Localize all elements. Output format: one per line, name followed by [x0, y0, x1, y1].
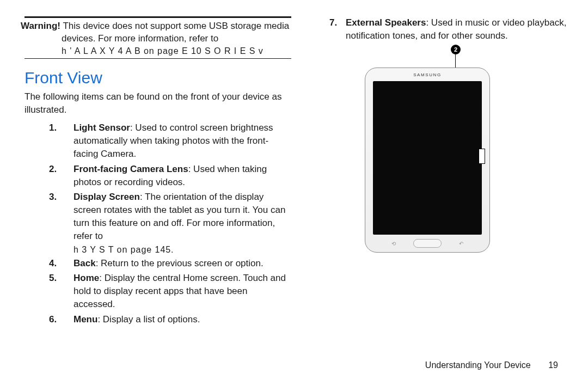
callout-badge: 2: [451, 45, 461, 54]
item-term: Front-facing Camera Lens: [74, 164, 188, 174]
list-item: 6. Menu: Display a list of options.: [24, 313, 291, 326]
page-number: 19: [548, 360, 558, 370]
list-item: 2. Front-facing Camera Lens: Used when t…: [24, 163, 291, 189]
feature-list-right: 7. External Speakers: Used in music or v…: [313, 16, 569, 42]
item-term: Display Screen: [74, 192, 140, 202]
manual-page: Warning! This device does not support so…: [0, 0, 588, 392]
list-item: 7. External Speakers: Used in music or v…: [313, 16, 569, 42]
list-item: 4. Back: Return to the previous screen o…: [24, 257, 291, 270]
divider: [24, 58, 291, 59]
item-number: 5.: [49, 272, 57, 285]
feature-list-cont: 4. Back: Return to the previous screen o…: [24, 257, 291, 326]
item-number: 7.: [329, 16, 337, 29]
brand-label: SAMSUNG: [365, 72, 489, 77]
item-term: Home: [74, 273, 99, 283]
item-term: External Speakers: [346, 17, 426, 28]
item-desc: : Return to the previous screen or optio…: [96, 258, 264, 268]
list-item: 1. Light Sensor: Used to control screen …: [24, 121, 291, 160]
device-figure: 2 SAMSUNG ⟲ ↶: [365, 54, 517, 272]
item-number: 1.: [49, 121, 57, 134]
item-term: Menu: [74, 314, 97, 324]
screen-area: [373, 81, 482, 235]
home-button-icon: [413, 239, 442, 248]
intro-text: The following items can be found on the …: [24, 90, 291, 117]
footer-section: Understanding Your Device: [425, 360, 531, 370]
item-term: Back: [74, 258, 96, 268]
section-title: Front View: [24, 69, 291, 87]
page-footer: Understanding Your Device 19: [425, 360, 558, 370]
callout-leader-line: [455, 54, 456, 68]
right-column: 7. External Speakers: Used in music or v…: [313, 16, 569, 272]
left-column: Warning! This device does not support so…: [24, 16, 291, 328]
feature-list: 1. Light Sensor: Used to control screen …: [24, 121, 291, 242]
warning-text: This device does not support some USB st…: [62, 21, 289, 44]
item-term: Light Sensor: [74, 122, 130, 133]
list-item: 3. Display Screen: The orientation of th…: [24, 191, 291, 242]
list-item: 5. Home: Display the central Home screen…: [24, 272, 291, 310]
warning-block: Warning! This device does not support so…: [21, 20, 291, 45]
warning-label: Warning!: [21, 21, 60, 31]
item-number: 6.: [49, 313, 57, 326]
divider: [24, 16, 291, 18]
item-desc: : Display a list of options.: [97, 314, 200, 324]
item3-reference: h 3 Y S T on page 145.: [24, 245, 291, 255]
back-key-icon: ↶: [459, 241, 463, 247]
item-desc: : Display the central Home screen. Touch…: [74, 273, 286, 309]
item-number: 3.: [49, 191, 57, 204]
warning-reference: h ' A L A X Y 4 A B on page E 10 S O R I…: [24, 46, 291, 56]
tablet-outline: SAMSUNG ⟲ ↶: [365, 68, 490, 253]
item-number: 4.: [49, 257, 57, 270]
menu-key-icon: ⟲: [391, 241, 396, 247]
item-number: 2.: [49, 163, 57, 176]
